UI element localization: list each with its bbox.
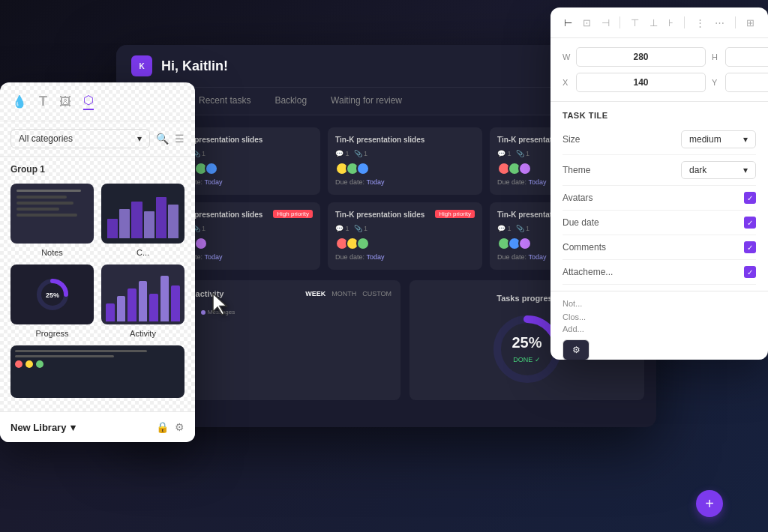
right-properties-panel: ⊢ ⊡ ⊣ ⊤ ⊥ ⊦ ⋮ ⋯ ⊞ W H 🔗 X Y ↺ — [550, 7, 768, 360]
task-avatars-1 — [335, 162, 475, 175]
height-input[interactable] — [725, 47, 768, 67]
attachments-label: Attacheme... — [562, 267, 744, 277]
prop-comments: Comments ✓ — [562, 235, 756, 260]
x-label: X — [562, 78, 572, 87]
svg-text:25%: 25% — [45, 291, 58, 299]
prop-avatars: Avatars ✓ — [562, 186, 756, 211]
library-label[interactable]: New Library ▾ — [10, 422, 76, 433]
width-field: W — [562, 47, 706, 67]
due-date-label: Due date — [562, 217, 744, 228]
notes-preview — [10, 184, 94, 244]
user-activity-chart: User activity WEEK MONTH CUSTOM Calls — [166, 280, 400, 400]
progress-center-label: 25% DONE ✓ — [512, 334, 542, 365]
tab-recent-tasks[interactable]: Recent tasks — [187, 88, 262, 115]
left-component-panel: 💧 T 🖼 ⬡ All categories ▾ 🔍 ☰ Group 1 — [0, 82, 195, 442]
left-panel-footer: New Library ▾ 🔒 ⚙ — [0, 411, 195, 442]
bar-chart — [175, 321, 392, 381]
theme-value: dark — [689, 165, 706, 175]
component-item-notes[interactable]: Notes — [10, 184, 94, 257]
prop-attachments: Attacheme... ✓ — [562, 260, 756, 285]
task-title-1: Tin-K presentation slides — [335, 135, 424, 145]
settings-icon[interactable]: ⚙ — [175, 421, 184, 433]
prop-theme: Theme dark ▾ — [562, 155, 756, 186]
component-item-chart[interactable]: C... — [101, 184, 184, 257]
size-select[interactable]: medium ▾ — [681, 130, 756, 148]
task-title-4: Tin-K presentation slides — [335, 210, 424, 220]
avatars-label: Avatars — [562, 193, 744, 203]
y-input[interactable] — [725, 73, 768, 92]
align-bottom-icon[interactable]: ⊦ — [668, 17, 674, 28]
droplet-icon[interactable]: 💧 — [12, 94, 27, 109]
task-card-4[interactable]: Tin-K presentation slides High priority … — [328, 202, 482, 270]
attachments-checkbox[interactable]: ✓ — [744, 266, 756, 278]
chevron-down-icon: ▾ — [743, 134, 748, 145]
category-select-label: All categories — [19, 133, 73, 144]
component-grid: Notes C... — [0, 179, 195, 342]
settings-panel-button[interactable]: ⚙ — [562, 339, 590, 360]
search-icon[interactable]: 🔍 — [156, 133, 169, 145]
properties-list: Size medium ▾ Theme dark ▾ Avatars ✓ Due… — [550, 124, 768, 285]
chart-tab-custom[interactable]: CUSTOM — [362, 290, 392, 297]
group-label: Group 1 — [0, 157, 195, 179]
x-input[interactable] — [576, 73, 706, 92]
add-note: Add... — [562, 324, 756, 333]
component-icon[interactable]: ⬡ — [83, 93, 94, 110]
avatars-checkbox[interactable]: ✓ — [744, 192, 756, 204]
comments-checkbox[interactable]: ✓ — [744, 241, 756, 253]
section-title: TASK TILE — [550, 102, 768, 124]
task-avatars-4 — [335, 237, 475, 250]
close-note: Clos... — [562, 312, 756, 321]
task-badge-3: High priority — [273, 210, 313, 218]
align-right-icon[interactable]: ⊣ — [602, 17, 610, 28]
left-panel-toolbar: 💧 T 🖼 ⬡ — [0, 82, 195, 121]
due-date-checkbox[interactable]: ✓ — [744, 217, 756, 229]
filter-row: All categories ▾ 🔍 ☰ — [0, 121, 195, 157]
align-left-icon[interactable]: ⊢ — [564, 17, 572, 28]
align-middle-icon[interactable]: ⊥ — [650, 17, 658, 28]
h-label: H — [712, 52, 721, 61]
theme-select[interactable]: dark ▾ — [681, 161, 756, 179]
dimensions-section: W H 🔗 X Y ↺ — [550, 38, 768, 102]
fab-add-button[interactable]: + — [696, 490, 723, 517]
chart-tab-month[interactable]: MONTH — [332, 290, 356, 297]
align-center-h-icon[interactable]: ⊡ — [583, 17, 591, 28]
size-label: Size — [562, 134, 681, 145]
component-item-activity[interactable]: Activity — [101, 265, 184, 338]
distribute-h-icon[interactable]: ⋮ — [695, 17, 705, 28]
y-label: Y — [712, 78, 721, 87]
task-card-1[interactable]: Tin-K presentation slides 💬 1📎 1 Due dat… — [328, 127, 482, 195]
prop-size: Size medium ▾ — [562, 124, 756, 155]
list-icon[interactable]: ☰ — [175, 133, 184, 145]
lock-icon[interactable]: 🔒 — [156, 421, 169, 433]
distribute-v-icon[interactable]: ⋯ — [715, 17, 724, 28]
size-value: medium — [689, 134, 722, 145]
prop-due-date: Due date ✓ — [562, 211, 756, 235]
progress-card-title: Tasks progress — [496, 294, 557, 303]
height-field: H 🔗 — [712, 47, 768, 67]
alignment-toolbar: ⊢ ⊡ ⊣ ⊤ ⊥ ⊦ ⋮ ⋯ ⊞ — [550, 7, 768, 38]
new-component-row — [0, 342, 195, 401]
activity-label: Activity — [130, 329, 156, 338]
component-item-progress[interactable]: 25% Progress — [10, 265, 94, 338]
progress-done: DONE ✓ — [513, 356, 541, 363]
align-top-icon[interactable]: ⊤ — [631, 17, 639, 28]
chevron-down-icon: ▾ — [70, 422, 76, 433]
chevron-down-icon: ▾ — [137, 133, 142, 144]
notes-label: Notes — [41, 248, 63, 257]
grid-icon[interactable]: ⊞ — [746, 17, 754, 28]
chart-legend: Calls Messages — [175, 309, 392, 315]
image-icon[interactable]: 🖼 — [59, 95, 71, 109]
chart-tab-week[interactable]: WEEK — [305, 290, 326, 297]
width-input[interactable] — [576, 47, 706, 67]
task-card-preview — [10, 345, 184, 398]
w-label: W — [562, 52, 572, 61]
dashboard-greeting: Hi, Kaitlin! — [161, 58, 578, 74]
chevron-down-icon: ▾ — [743, 165, 748, 175]
x-field: X — [562, 73, 706, 92]
type-icon[interactable]: T — [39, 94, 47, 109]
tab-waiting-review[interactable]: Waiting for review — [319, 88, 414, 115]
theme-label: Theme — [562, 165, 681, 175]
tab-backlog[interactable]: Backlog — [262, 88, 319, 115]
notes-note: Not... — [562, 299, 582, 308]
category-select[interactable]: All categories ▾ — [10, 129, 150, 148]
